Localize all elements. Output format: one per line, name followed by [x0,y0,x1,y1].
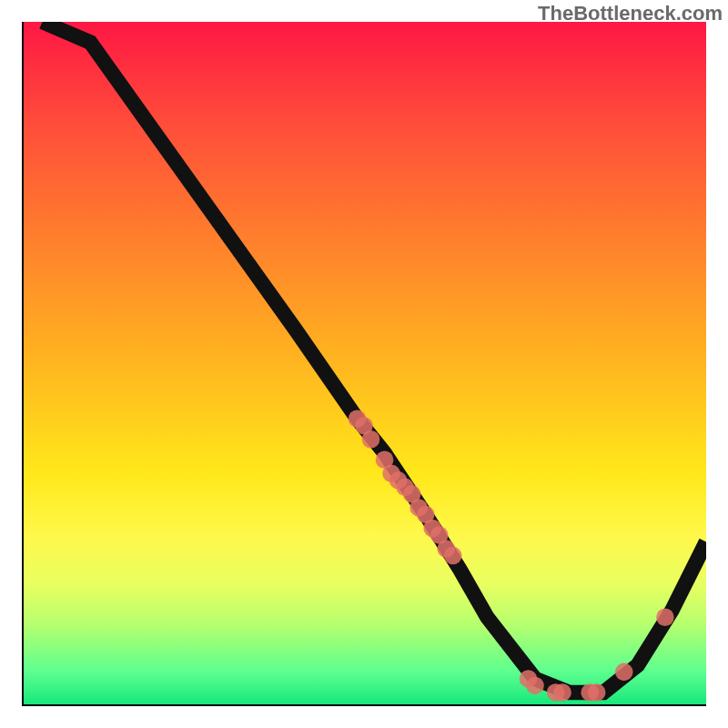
data-dot [526,677,544,695]
data-dot [444,547,462,565]
data-dot [553,683,571,702]
plot-area [22,22,706,706]
data-dot [615,663,633,682]
chart-container: TheBottleneck.com [0,0,728,728]
data-dot [656,608,674,626]
curve-path [43,22,706,693]
data-dot [362,430,380,449]
data-dot [588,683,606,702]
chart-svg [22,22,706,706]
